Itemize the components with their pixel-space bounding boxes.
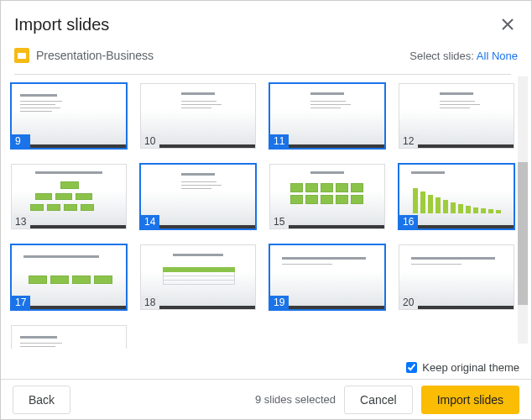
slide-number-badge: 18	[141, 296, 159, 309]
keep-theme-checkbox[interactable]	[406, 362, 417, 373]
slide-thumbnail[interactable]: 11	[269, 83, 385, 149]
slide-number-badge: 10	[141, 134, 159, 148]
file-name: Presentation-Business	[36, 49, 154, 62]
file-row: Presentation-Business	[14, 48, 154, 63]
slide-number-badge: 9	[12, 134, 30, 148]
slide-thumbnail[interactable]: 9	[11, 83, 127, 149]
slide-number-badge: 14	[141, 215, 159, 228]
selection-status: 9 slides selected	[255, 393, 336, 406]
slide-thumbnail[interactable]: 10	[140, 83, 256, 149]
cancel-button[interactable]: Cancel	[344, 386, 413, 414]
keep-theme-label: Keep original theme	[422, 361, 519, 374]
slide-thumbnail[interactable]: 18	[140, 244, 256, 310]
close-button[interactable]	[498, 14, 518, 34]
slide-number-badge: 12	[399, 134, 418, 148]
slide-number-badge: 16	[399, 215, 418, 228]
slide-thumbnail[interactable]: 21	[11, 325, 127, 349]
import-button[interactable]: Import slides	[421, 386, 519, 414]
slide-thumbnail[interactable]: 19	[269, 244, 385, 310]
slides-grid-wrap: 9101112131415161718192021	[1, 71, 531, 349]
dialog-title: Import slides	[14, 15, 109, 34]
slide-thumbnail[interactable]: 14	[140, 164, 256, 229]
slide-thumbnail[interactable]: 16	[399, 164, 514, 229]
subheader: Presentation-Business Select slides: All…	[1, 41, 531, 66]
slide-number-badge: 15	[270, 215, 289, 228]
slide-thumbnail[interactable]: 20	[399, 244, 514, 310]
slide-number-badge: 19	[270, 296, 289, 309]
dialog-footer: Back 9 slides selected Cancel Import sli…	[1, 379, 531, 419]
slide-thumbnail[interactable]: 13	[11, 164, 127, 229]
dialog-header: Import slides	[1, 1, 531, 41]
slides-file-icon	[14, 48, 29, 63]
close-icon	[502, 18, 514, 30]
slide-thumbnail[interactable]: 12	[399, 83, 514, 149]
slide-number-badge: 13	[12, 215, 30, 228]
keep-theme-row[interactable]: Keep original theme	[406, 361, 519, 374]
slide-thumbnail[interactable]: 15	[269, 164, 385, 229]
select-prefix: Select slides:	[409, 50, 474, 62]
slide-number-badge: 11	[270, 134, 289, 148]
slide-canvas	[12, 326, 126, 349]
slide-thumbnail[interactable]: 17	[11, 244, 127, 310]
select-none-link[interactable]: None	[492, 50, 518, 62]
slide-number-badge: 20	[399, 296, 418, 309]
slides-grid: 9101112131415161718192021	[11, 78, 528, 349]
slide-number-badge: 17	[12, 296, 30, 309]
select-slides-row: Select slides: All None	[409, 50, 518, 62]
scrollbar-thumb[interactable]	[518, 162, 528, 305]
back-button[interactable]: Back	[13, 386, 70, 414]
scrollbar-track[interactable]	[518, 76, 528, 344]
select-all-link[interactable]: All	[477, 50, 488, 62]
